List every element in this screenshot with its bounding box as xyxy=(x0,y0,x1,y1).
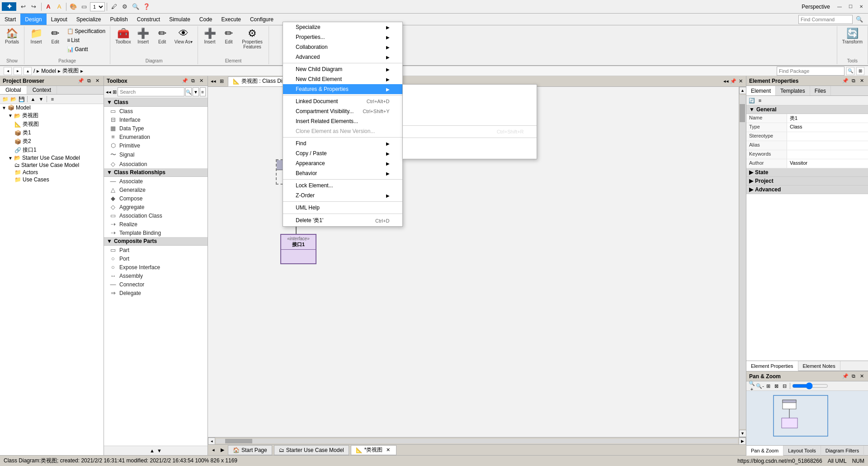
h-scroll-thumb[interactable] xyxy=(225,439,252,443)
move-down-btn[interactable]: ▼ xyxy=(38,95,45,103)
toolbox-association[interactable]: ◇ Association xyxy=(104,160,208,168)
toolbox-realize[interactable]: ⇢ Realize xyxy=(104,220,208,228)
ctx-find[interactable]: Find ▶ xyxy=(283,138,402,148)
zoom-fit-btn[interactable]: ⊞ xyxy=(764,382,772,390)
ctx-show-realized[interactable]: Show Realized Interfaces xyxy=(403,139,537,149)
undo-button[interactable]: ↩ xyxy=(18,2,28,12)
tree-usecase-model[interactable]: ▼ 📂 Starter Use Case Model xyxy=(6,154,104,162)
diagram-pin-btn[interactable]: 📌 xyxy=(730,78,737,85)
horizontal-scrollbar[interactable]: ◂ ▶ xyxy=(208,437,746,444)
ctx-attributes[interactable]: Attributes... xyxy=(403,85,537,95)
window-close[interactable]: ✕ xyxy=(856,2,866,12)
breadcrumb-diagram[interactable]: 类视图 xyxy=(62,67,79,75)
toolbox-port[interactable]: ○ Port xyxy=(104,254,208,263)
toolbox-primitive[interactable]: ⬡ Primitive xyxy=(104,141,208,150)
global-tab[interactable]: Global xyxy=(0,86,27,94)
find-command-input[interactable] xyxy=(798,15,853,24)
ctx-linked-document[interactable]: Linked Document Ctrl+Alt+D xyxy=(283,96,402,106)
toolbox-collapse-btn[interactable]: ◂◂ xyxy=(106,88,111,95)
tree-class2[interactable]: 📦 类2 xyxy=(13,137,104,146)
float-button[interactable]: ⧉ xyxy=(85,77,93,85)
properties-features-button[interactable]: ⚙ Properties Features xyxy=(239,27,266,51)
size-select[interactable]: 1 xyxy=(90,2,105,11)
ctx-delete[interactable]: Delete '类1' Ctrl+D xyxy=(283,215,402,226)
general-section[interactable]: ▼ General xyxy=(746,105,868,114)
toolbox-expose-interface[interactable]: ○ Expose Interface xyxy=(104,263,208,271)
ctx-override-attr[interactable]: Override Attribute Initializers... Ctrl+… xyxy=(403,127,537,137)
nav-back-button[interactable]: ◂ xyxy=(4,67,12,75)
composite-section-header[interactable]: ▼ Composite Parts xyxy=(104,237,208,246)
stereotype-val[interactable] xyxy=(787,132,868,141)
menu-configure[interactable]: Configure xyxy=(245,14,278,25)
files-tab[interactable]: Files xyxy=(810,86,831,95)
ctx-new-child-element[interactable]: New Child Element ▶ xyxy=(283,74,402,84)
close-panel-button[interactable]: ✕ xyxy=(94,77,101,85)
class-rel-section-header[interactable]: ▼ Class Relationships xyxy=(104,168,208,177)
format-btn4[interactable]: ❓ xyxy=(142,2,151,12)
toolbox-associate[interactable]: — Associate xyxy=(104,177,208,185)
menu-publish[interactable]: Publish xyxy=(105,14,132,25)
tree-actors[interactable]: 📁 Actors xyxy=(13,169,104,176)
ctx-show-dependent[interactable]: Show Dependent Interfaces xyxy=(403,149,537,159)
new-model-btn[interactable]: 📁 xyxy=(2,95,9,103)
menu-start[interactable]: Start xyxy=(0,14,20,25)
ctx-copy-paste[interactable]: Copy / Paste ▶ xyxy=(283,148,402,158)
pan-zoom-pin[interactable]: 📌 xyxy=(842,373,849,380)
pan-zoom-float[interactable]: ⧉ xyxy=(850,373,857,380)
tree-class1[interactable]: 📦 类1 xyxy=(13,128,104,137)
templates-tab[interactable]: Templates xyxy=(776,86,810,95)
sort-btn[interactable]: ≡ xyxy=(49,95,56,103)
toolbox-class[interactable]: ▭ Class xyxy=(104,107,208,115)
window-restore[interactable]: ☐ xyxy=(845,2,855,12)
element-tab[interactable]: Element xyxy=(746,86,776,95)
format-btn2[interactable]: ⚙ xyxy=(120,2,130,12)
zoom-in-btn[interactable]: 🔍+ xyxy=(748,382,755,390)
ctx-operations[interactable]: Operations... xyxy=(403,95,537,105)
highlight-button[interactable]: A xyxy=(54,2,64,12)
context-tab[interactable]: Context xyxy=(27,86,57,94)
toolbox-delegate[interactable]: ⇒ Delegate xyxy=(104,289,208,297)
element-props-pin[interactable]: 📌 xyxy=(842,77,849,85)
breadcrumb-item[interactable]: ▸ xyxy=(37,68,39,74)
advanced-section[interactable]: ▶ Advanced xyxy=(746,185,868,194)
toolbox-aggregate[interactable]: ◇ Aggregate xyxy=(104,203,208,211)
find-command-btn[interactable]: 🔍 xyxy=(854,14,864,24)
toolbox-button[interactable]: 🧰 Toolbox xyxy=(113,27,133,46)
bottom-tab-left-btn[interactable]: ◂ xyxy=(210,447,217,454)
toolbox-close-btn[interactable]: ✕ xyxy=(198,77,205,85)
transform-button[interactable]: 🔄 Transform xyxy=(840,27,865,46)
ctx-receptions[interactable]: Receptions... xyxy=(403,105,537,114)
toolbox-scroll-up[interactable]: ▲ xyxy=(149,447,156,454)
element-props-close[interactable]: ✕ xyxy=(858,77,865,85)
ctx-insert-related[interactable]: Insert Related Elements... xyxy=(283,116,402,126)
scroll-left-btn[interactable]: ◂ xyxy=(208,437,215,445)
ctx-lock-element[interactable]: Lock Element... xyxy=(283,181,402,190)
diagram-collapse-btn[interactable]: ◂◂ xyxy=(722,78,730,85)
pan-zoom-tab[interactable]: Pan & Zoom xyxy=(746,446,783,456)
element-edit-button[interactable]: ✏ Edit xyxy=(220,27,238,46)
vertical-scrollbar[interactable]: ▲ ▼ xyxy=(739,87,746,437)
tab-tool-1[interactable]: ◂◂ xyxy=(210,78,217,85)
diagram-filters-tab[interactable]: Diagram Filters xyxy=(821,446,864,456)
toolbox-connector[interactable]: — Connector xyxy=(104,280,208,289)
ctx-properties[interactable]: Properties... ▶ xyxy=(283,32,402,42)
class-section-header[interactable]: ▼ Class xyxy=(104,98,208,107)
ctx-advanced[interactable]: Advanced ▶ xyxy=(283,52,402,62)
project-section[interactable]: ▶ Project xyxy=(746,177,868,185)
package-insert-button[interactable]: 📁 Insert xyxy=(27,27,45,46)
menu-design[interactable]: Design xyxy=(20,14,46,25)
find-package-btn[interactable]: 🔍 xyxy=(846,67,854,75)
toolbox-signal[interactable]: 〜 Signal xyxy=(104,150,208,160)
ctx-specialize[interactable]: Specialize ▶ xyxy=(283,22,402,32)
pan-zoom-canvas[interactable] xyxy=(746,391,868,445)
list-button[interactable]: ≡ List xyxy=(65,36,107,44)
toolbox-search-btn[interactable]: 🔍 xyxy=(185,87,192,96)
ctx-z-order[interactable]: Z-Order ▶ xyxy=(283,190,402,200)
breadcrumb-options-btn[interactable]: ⊞ xyxy=(856,67,864,75)
classview-tab[interactable]: 📐 *类视图 ✕ xyxy=(351,445,397,455)
save-btn[interactable]: 💾 xyxy=(18,95,25,103)
tree-model[interactable]: ▼ 📦 Model xyxy=(0,104,104,111)
menu-execute[interactable]: Execute xyxy=(217,14,245,25)
props-options-btn[interactable]: ≡ xyxy=(756,97,764,104)
toolbox-template-binding[interactable]: ⇢ Template Binding xyxy=(104,228,208,237)
